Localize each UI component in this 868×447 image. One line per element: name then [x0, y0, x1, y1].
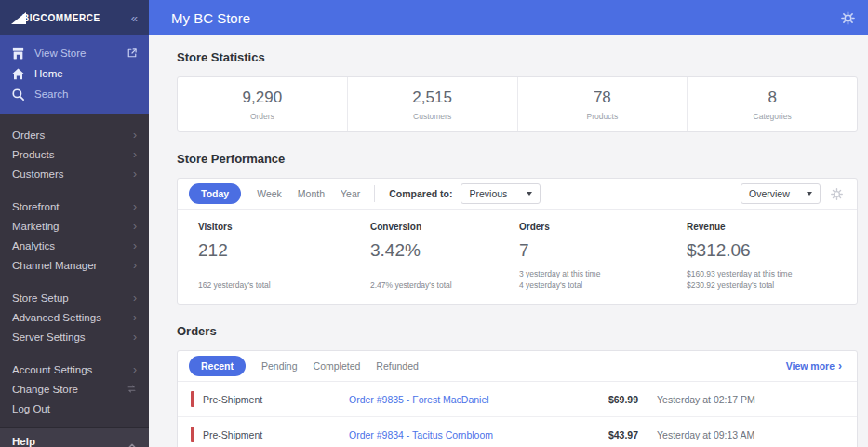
- sidebar-item-storefront[interactable]: Storefront: [0, 196, 149, 216]
- sidebar-group-storefront: Storefront Marketing Analytics Channel M…: [0, 193, 149, 284]
- order-price: $69.99: [573, 394, 638, 405]
- chevron-down-icon: [807, 192, 812, 196]
- order-date: Yesterday at 09:13 AM: [638, 429, 857, 440]
- sidebar-item-advanced-settings[interactable]: Advanced Settings: [0, 307, 149, 327]
- metric-revenue: Revenue $312.06 $160.93 yesterday at thi…: [687, 222, 838, 291]
- bigcommerce-logo-text: BIGCOMMERCE: [22, 13, 100, 23]
- tab-year[interactable]: Year: [341, 188, 360, 199]
- chevron-right-icon: [133, 201, 137, 212]
- store-title: My BC Store: [171, 10, 250, 26]
- order-link[interactable]: Order #9835 - Forest MacDaniel: [349, 394, 573, 405]
- metric-orders: Orders 7 3 yesterday at this time 4 yest…: [519, 222, 687, 291]
- tab-recent[interactable]: Recent: [189, 356, 246, 376]
- sidebar: BIGCOMMERCE « View Store Home Search Ord…: [0, 0, 149, 447]
- sidebar-item-products[interactable]: Products: [0, 144, 149, 164]
- order-row[interactable]: Pre-Shipment Order #9834 - Tacitus Cornb…: [178, 417, 857, 447]
- sidebar-item-store-setup[interactable]: Store Setup: [0, 288, 149, 307]
- stat-label: Categories: [754, 112, 792, 121]
- sidebar-item-log-out[interactable]: Log Out: [0, 399, 149, 418]
- tab-week[interactable]: Week: [257, 188, 282, 199]
- tab-month[interactable]: Month: [298, 188, 325, 199]
- stat-label: Products: [587, 112, 619, 121]
- chevron-right-icon: [133, 149, 137, 160]
- performance-toolbar: Today Week Month Year Compared to: Previ…: [178, 179, 857, 210]
- view-more-link[interactable]: View more: [786, 359, 842, 372]
- orders-card: Recent Pending Completed Refunded View m…: [177, 350, 858, 447]
- chevron-right-icon: [133, 292, 137, 304]
- search-icon: [11, 88, 25, 102]
- order-link[interactable]: Order #9834 - Tacitus Cornbloom: [349, 429, 573, 440]
- status-bar: [191, 427, 194, 442]
- dashboard-content: Store Statistics 9,290 Orders 2,515 Cust…: [149, 35, 868, 447]
- store-icon: [11, 47, 25, 61]
- tab-completed[interactable]: Completed: [314, 360, 361, 372]
- chevron-right-icon: [133, 312, 137, 323]
- store-statistics-card: 9,290 Orders 2,515 Customers 78 Products…: [177, 76, 858, 132]
- order-status: Pre-Shipment: [203, 429, 262, 440]
- sidebar-logo-row: BIGCOMMERCE «: [0, 0, 149, 35]
- performance-settings-icon[interactable]: [830, 187, 844, 201]
- stat-value: 9,290: [243, 88, 283, 107]
- chevron-right-icon: [133, 364, 137, 375]
- stat-label: Customers: [413, 112, 451, 121]
- sidebar-item-home[interactable]: Home: [0, 63, 149, 84]
- stat-value: 78: [594, 88, 611, 107]
- sidebar-item-search[interactable]: Search: [0, 84, 149, 104]
- sidebar-item-account-settings[interactable]: Account Settings: [0, 359, 149, 379]
- order-row[interactable]: Pre-Shipment Order #9835 - Forest MacDan…: [178, 382, 857, 417]
- sidebar-item-customers[interactable]: Customers: [0, 164, 149, 183]
- sidebar-help[interactable]: Help Support Pin: 888888: [0, 427, 149, 447]
- swap-icon: [127, 384, 137, 394]
- order-date: Yesterday at 02:17 PM: [638, 394, 857, 405]
- sidebar-item-channel-manager[interactable]: Channel Manager: [0, 255, 149, 275]
- orders-toolbar: Recent Pending Completed Refunded View m…: [178, 351, 857, 382]
- store-performance-title: Store Performance: [177, 152, 858, 166]
- performance-metrics: Visitors 212 162 yesterday's total Conve…: [178, 210, 857, 304]
- compare-select[interactable]: Previous: [461, 183, 541, 204]
- sidebar-top-nav: View Store Home Search: [0, 35, 149, 114]
- sidebar-item-change-store[interactable]: Change Store: [0, 379, 149, 399]
- status-bar: [191, 391, 194, 407]
- sidebar-item-orders[interactable]: Orders: [0, 125, 149, 144]
- sidebar-item-view-store[interactable]: View Store: [0, 43, 149, 63]
- sidebar-item-analytics[interactable]: Analytics: [0, 236, 149, 255]
- metric-conversion: Conversion 3.42% 2.47% yesterday's total: [370, 222, 519, 291]
- stat-label: Orders: [250, 112, 274, 121]
- sidebar-item-server-settings[interactable]: Server Settings: [0, 327, 149, 346]
- chevron-up-icon: [127, 441, 137, 447]
- stat-categories: 8 Categories: [688, 77, 857, 131]
- help-label: Help: [12, 436, 97, 447]
- chevron-right-icon: [133, 332, 137, 343]
- orders-title: Orders: [177, 324, 858, 338]
- overview-select[interactable]: Overview: [741, 183, 821, 204]
- external-link-icon: [127, 47, 138, 59]
- sidebar-item-marketing[interactable]: Marketing: [0, 216, 149, 236]
- stat-value: 2,515: [412, 88, 452, 107]
- chevron-right-icon: [838, 359, 842, 372]
- tab-refunded[interactable]: Refunded: [376, 360, 419, 372]
- order-price: $43.97: [573, 429, 638, 440]
- stat-orders: 9,290 Orders: [178, 77, 348, 131]
- stat-products: 78 Products: [518, 77, 688, 131]
- chevron-right-icon: [133, 129, 137, 141]
- chevron-right-icon: [133, 169, 137, 180]
- chevron-down-icon: [527, 192, 532, 196]
- top-header: My BC Store: [149, 0, 868, 35]
- store-performance-card: Today Week Month Year Compared to: Previ…: [177, 178, 858, 305]
- sidebar-group-settings: Store Setup Advanced Settings Server Set…: [0, 284, 149, 356]
- sidebar-main-nav: Orders Products Customers Storefront Mar…: [0, 114, 149, 427]
- main-area: My BC Store Store Statistics 9,290 Order…: [149, 0, 868, 447]
- store-statistics-title: Store Statistics: [177, 50, 858, 64]
- chevron-right-icon: [133, 260, 137, 271]
- sidebar-collapse-icon[interactable]: «: [131, 11, 138, 25]
- order-status: Pre-Shipment: [203, 394, 262, 405]
- tab-today[interactable]: Today: [189, 183, 241, 204]
- divider: [374, 185, 375, 202]
- home-icon: [11, 67, 25, 81]
- settings-gear-icon[interactable]: [840, 10, 856, 26]
- metric-visitors: Visitors 212 162 yesterday's total: [198, 222, 370, 291]
- stat-value: 8: [768, 88, 776, 107]
- tab-pending[interactable]: Pending: [261, 360, 298, 372]
- chevron-right-icon: [133, 221, 137, 232]
- chevron-right-icon: [133, 240, 137, 251]
